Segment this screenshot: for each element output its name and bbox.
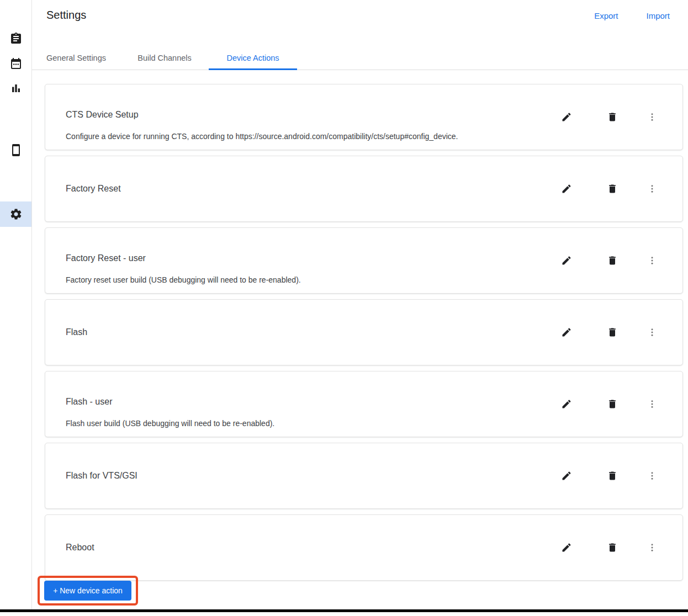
- device-action-description: Configure a device for running CTS, acco…: [66, 132, 517, 141]
- delete-button[interactable]: [607, 399, 618, 410]
- edit-button[interactable]: [561, 399, 572, 410]
- clipboard-icon: [9, 32, 23, 45]
- tab-general-settings[interactable]: General Settings: [32, 46, 120, 70]
- more-vert-icon: [647, 112, 657, 122]
- trash-icon: [607, 399, 618, 410]
- trash-icon: [607, 111, 618, 123]
- device-action-card-reboot: Reboot: [45, 514, 683, 581]
- edit-button[interactable]: [561, 542, 572, 553]
- edit-button[interactable]: [561, 255, 572, 266]
- delete-button[interactable]: [607, 111, 618, 123]
- delete-button[interactable]: [607, 183, 618, 194]
- more-button[interactable]: [647, 327, 658, 338]
- pencil-icon: [561, 399, 572, 410]
- sidebar-item-settings[interactable]: [0, 201, 31, 227]
- device-action-card-factory-reset: Factory Reset: [45, 156, 683, 222]
- card-actions: [561, 470, 658, 481]
- delete-button[interactable]: [607, 255, 618, 266]
- delete-button[interactable]: [607, 327, 618, 338]
- device-action-title: Flash - user: [66, 397, 517, 407]
- sidebar-item-devices[interactable]: [0, 137, 31, 163]
- delete-button[interactable]: [607, 470, 618, 481]
- pencil-icon: [561, 255, 572, 266]
- more-vert-icon: [647, 471, 657, 481]
- more-vert-icon: [647, 399, 657, 409]
- edit-button[interactable]: [561, 183, 572, 194]
- device-action-title: Flash: [66, 327, 517, 337]
- tab-build-channels[interactable]: Build Channels: [120, 46, 209, 70]
- more-button[interactable]: [647, 111, 658, 123]
- device-action-card-cts-device-setup: CTS Device Setup Configure a device for …: [45, 84, 683, 150]
- annotation-highlight-box: + New device action: [38, 576, 138, 606]
- sidebar-item-tasks[interactable]: [0, 26, 31, 51]
- device-action-title: Flash for VTS/GSI: [66, 471, 517, 481]
- device-action-list: CTS Device Setup Configure a device for …: [45, 84, 683, 586]
- more-button[interactable]: [647, 399, 658, 410]
- more-vert-icon: [647, 543, 657, 553]
- pencil-icon: [561, 470, 572, 481]
- device-action-card-factory-reset-user: Factory Reset - user Factory reset user …: [45, 227, 683, 294]
- card-actions: [561, 327, 658, 338]
- tab-device-actions[interactable]: Device Actions: [209, 46, 297, 70]
- trash-icon: [607, 470, 618, 481]
- more-button[interactable]: [647, 183, 658, 194]
- card-actions: [561, 542, 658, 553]
- device-action-title: Factory Reset: [66, 184, 517, 194]
- trash-icon: [607, 183, 618, 194]
- card-actions: [561, 183, 658, 194]
- sidebar: [0, 0, 32, 610]
- more-button[interactable]: [647, 542, 658, 553]
- import-link[interactable]: Import: [646, 11, 670, 20]
- device-action-description: Factory reset user build (USB debugging …: [66, 275, 517, 284]
- card-actions: [561, 255, 658, 266]
- more-vert-icon: [647, 256, 657, 265]
- trash-icon: [607, 542, 618, 553]
- card-actions: [561, 399, 658, 410]
- delete-button[interactable]: [607, 542, 618, 553]
- more-vert-icon: [647, 184, 657, 194]
- more-button[interactable]: [647, 470, 658, 481]
- more-vert-icon: [647, 327, 657, 337]
- header-links: Export Import: [594, 11, 670, 20]
- device-action-card-flash: Flash: [45, 299, 683, 365]
- edit-button[interactable]: [561, 327, 572, 338]
- device-action-card-flash-vts-gsi: Flash for VTS/GSI: [45, 443, 683, 509]
- bottom-divider: [0, 609, 688, 612]
- more-button[interactable]: [647, 255, 658, 266]
- smartphone-icon: [9, 144, 23, 157]
- edit-button[interactable]: [561, 470, 572, 481]
- pencil-icon: [561, 183, 572, 194]
- main-content: Settings Export Import General Settings …: [32, 0, 688, 610]
- page-title: Settings: [46, 9, 86, 22]
- bar-chart-icon: [9, 82, 23, 95]
- tab-bar: General Settings Build Channels Device A…: [32, 46, 688, 70]
- device-action-description: Flash user build (USB debugging will nee…: [66, 419, 517, 428]
- pencil-icon: [561, 327, 572, 338]
- sidebar-item-stats[interactable]: [0, 76, 31, 101]
- export-link[interactable]: Export: [594, 11, 618, 20]
- sidebar-item-calendar[interactable]: [0, 51, 31, 76]
- device-action-title: Factory Reset - user: [66, 253, 517, 263]
- trash-icon: [607, 255, 618, 266]
- new-device-action-button[interactable]: + New device action: [44, 581, 131, 601]
- pencil-icon: [561, 111, 572, 123]
- device-action-card-flash-user: Flash - user Flash user build (USB debug…: [45, 371, 683, 437]
- card-actions: [561, 111, 658, 123]
- trash-icon: [607, 327, 618, 338]
- edit-button[interactable]: [561, 111, 572, 123]
- calendar-icon: [9, 57, 23, 70]
- gear-icon: [9, 208, 23, 221]
- pencil-icon: [561, 542, 572, 553]
- device-action-title: CTS Device Setup: [66, 110, 517, 120]
- device-action-title: Reboot: [66, 543, 517, 553]
